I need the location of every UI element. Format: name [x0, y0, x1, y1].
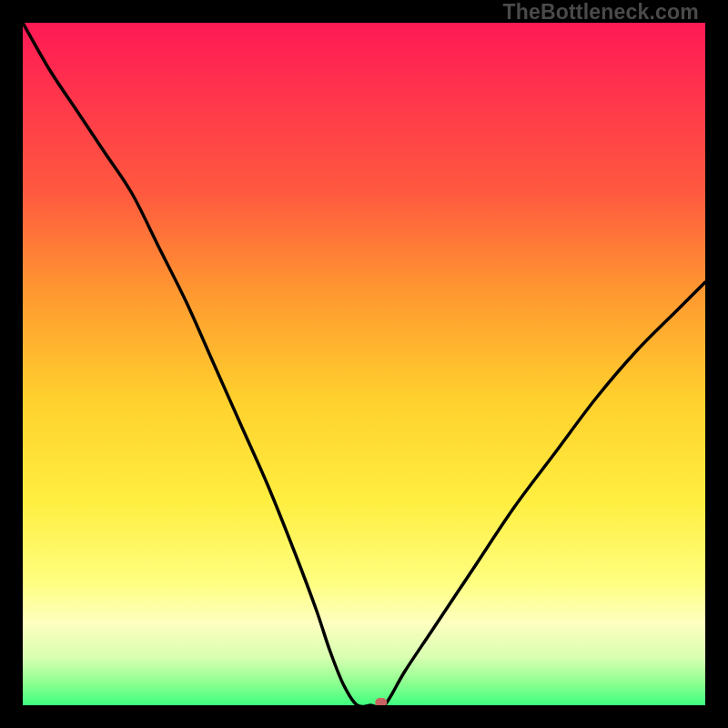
optimal-marker: [375, 698, 387, 705]
bottleneck-chart: TheBottleneck.com: [0, 0, 728, 728]
chart-svg: [23, 23, 705, 705]
plot-area: [23, 23, 705, 705]
watermark-text: TheBottleneck.com: [502, 0, 699, 25]
gradient-background: [23, 23, 705, 705]
